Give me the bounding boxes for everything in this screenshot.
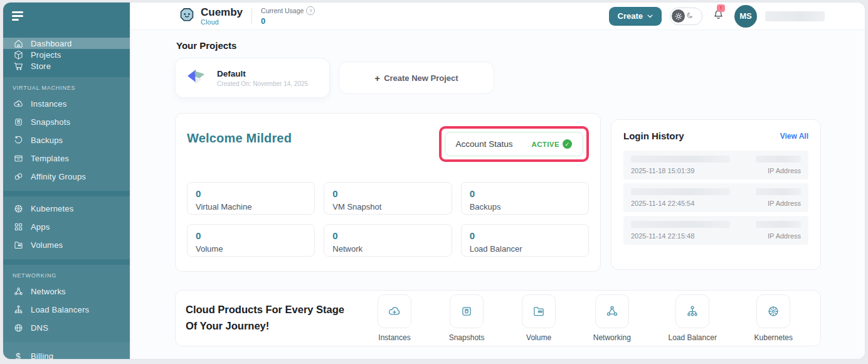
project-created-date: Created On: November 14, 2025 [217, 80, 308, 87]
snapshot-icon [460, 304, 474, 318]
sidebar: Dashboard Projects Store VIRTUAL MACHINE… [3, 3, 131, 359]
stat-value: 0 [332, 230, 443, 241]
moon-icon [686, 11, 694, 22]
product-load-balancer[interactable]: Load Balancer [669, 294, 717, 342]
ip-address-label: IP Address [756, 200, 801, 207]
cloud-products-card: Cloud Products For Every Stage Of Your J… [175, 290, 821, 346]
brand-subtitle: Cloud [201, 19, 243, 26]
dashboard-content: Your Projects Default Created On: Novemb… [131, 30, 865, 359]
sidebar-item-templates[interactable]: Templates [3, 149, 130, 168]
sidebar-item-label: Backups [31, 136, 63, 145]
projects-heading: Your Projects [176, 40, 821, 51]
product-label: Volume [526, 333, 551, 342]
sidebar-item-label: Load Balancers [31, 305, 89, 314]
folder-icon [532, 304, 546, 318]
redacted-ip [756, 221, 801, 228]
mascot-icon [177, 6, 196, 27]
notifications-bell[interactable]: ! [712, 9, 724, 23]
sidebar-section-virtual-machines: VIRTUAL MACHINES Instances Snapshots Bac… [3, 77, 130, 191]
ip-address-label: IP Address [756, 232, 801, 240]
restore-icon [13, 135, 24, 146]
help-icon[interactable]: ? [306, 6, 315, 15]
check-circle-icon: ✓ [563, 139, 572, 149]
welcome-card: Welcome Mildred Account Status ACTIVE ✓ [175, 113, 601, 272]
folder-icon [13, 240, 24, 251]
main-area: Cuemby Cloud Current Usage ? 0 Create [131, 3, 865, 359]
brand-logo[interactable]: Cuemby Cloud [177, 6, 243, 27]
sidebar-section-platform: Kubernetes Apps Volumes [3, 196, 130, 259]
project-icon [186, 66, 209, 90]
sidebar-item-billing[interactable]: $ Billing [3, 347, 130, 359]
product-snapshots[interactable]: Snapshots [449, 294, 485, 342]
sidebar-item-instances[interactable]: Instances [3, 95, 130, 113]
sidebar-item-label: Templates [31, 154, 69, 163]
sidebar-item-dashboard[interactable]: Dashboard [3, 38, 130, 49]
stat-value: 0 [332, 188, 443, 199]
highlight-annotation-box: Account Status ACTIVE ✓ [439, 126, 589, 162]
create-button-label: Create [618, 11, 643, 21]
login-history-row: 2025-11-18 15:01:39 IP Address [623, 151, 808, 179]
account-status-value: ACTIVE [531, 141, 559, 148]
sidebar-item-affinity-groups[interactable]: Affinity Groups [3, 168, 130, 186]
sidebar-item-label: DNS [31, 323, 48, 333]
redacted-login-detail [631, 188, 730, 195]
sidebar-item-label: Affinity Groups [31, 172, 86, 181]
globe-icon [13, 323, 24, 334]
product-volume[interactable]: Volume [522, 294, 556, 342]
sidebar-item-kubernetes[interactable]: Kubernetes [3, 200, 130, 218]
sidebar-item-backups[interactable]: Backups [3, 131, 130, 149]
create-new-project-label: Create New Project [384, 73, 458, 83]
dollar-icon: $ [13, 351, 24, 360]
login-timestamp: 2025-11-14 22:15:48 [631, 232, 730, 240]
sidebar-item-label: Volumes [31, 240, 63, 250]
hamburger-menu-icon[interactable] [12, 11, 24, 23]
welcome-title: Welcome Mildred [187, 131, 292, 146]
tree-icon [685, 304, 699, 318]
stat-value: 0 [470, 230, 580, 241]
sun-icon [672, 9, 685, 23]
sidebar-item-apps[interactable]: Apps [3, 218, 130, 236]
sidebar-item-snapshots[interactable]: Snapshots [3, 113, 130, 131]
cube-icon [13, 49, 24, 60]
project-name: Default [217, 69, 308, 78]
current-usage: Current Usage ? 0 [261, 6, 315, 26]
avatar[interactable]: MS [734, 5, 757, 28]
stat-value: 0 [196, 188, 306, 199]
product-networking[interactable]: Networking [593, 294, 631, 342]
sidebar-item-store[interactable]: Store [3, 60, 130, 72]
project-card-default[interactable]: Default Created On: November 14, 2025 [175, 58, 330, 98]
cloud-plus-icon [388, 304, 401, 318]
login-history-card: Login History View All 2025-11-18 15:01:… [611, 119, 821, 270]
top-header: Cuemby Cloud Current Usage ? 0 Create [131, 3, 865, 30]
product-kubernetes[interactable]: Kubernetes [754, 294, 793, 342]
account-status-label: Account Status [456, 139, 513, 149]
header-divider [251, 8, 252, 24]
app-window: Dashboard Projects Store VIRTUAL MACHINE… [3, 3, 865, 359]
snapshot-icon [13, 117, 24, 128]
account-status-box: Account Status ACTIVE ✓ [445, 132, 583, 156]
sidebar-item-label: Dashboard [31, 39, 71, 48]
sidebar-item-dns[interactable]: DNS [3, 319, 130, 337]
redacted-username [765, 11, 825, 21]
view-all-link[interactable]: View All [780, 132, 808, 141]
sidebar-item-label: Billing [31, 351, 53, 359]
login-timestamp: 2025-11-14 22:45:54 [631, 200, 730, 207]
theme-toggle[interactable] [670, 8, 702, 25]
product-label: Instances [378, 333, 410, 342]
sidebar-item-load-balancers[interactable]: Load Balancers [3, 301, 130, 319]
product-instances[interactable]: Instances [378, 294, 411, 342]
create-new-project-button[interactable]: + Create New Project [339, 62, 494, 94]
sidebar-item-networks[interactable]: Networks [3, 282, 130, 301]
stat-value: 0 [470, 188, 580, 199]
sidebar-item-label: Kubernetes [31, 204, 74, 213]
sidebar-item-label: Store [31, 62, 51, 71]
helm-icon [766, 304, 780, 318]
products-title: Cloud Products For Every Stage Of Your J… [186, 302, 356, 334]
create-button[interactable]: Create [609, 7, 662, 26]
grid-icon [13, 222, 24, 233]
cart-icon [13, 60, 24, 72]
sidebar-item-projects[interactable]: Projects [3, 49, 130, 60]
section-label: VIRTUAL MACHINES [3, 80, 130, 95]
sidebar-item-volumes[interactable]: Volumes [3, 236, 130, 254]
nodes-icon [605, 304, 619, 318]
